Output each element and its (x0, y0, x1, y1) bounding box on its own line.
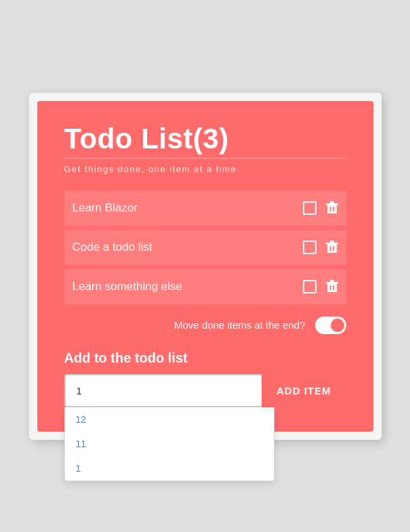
todo-delete-1[interactable] (326, 201, 338, 215)
todo-item-actions-3 (303, 280, 338, 293)
add-item-button[interactable]: ADD ITEM (262, 374, 346, 407)
toggle-knob (331, 319, 344, 332)
todo-checkbox-1[interactable] (303, 201, 316, 215)
todo-delete-3[interactable] (326, 280, 338, 293)
page-subtitle: Get things done, one item at a time. (64, 158, 346, 174)
trash-svg-3 (326, 280, 338, 293)
todo-list: Learn Blazor Code a todo (64, 190, 346, 304)
add-item-input[interactable] (64, 374, 262, 407)
svg-rect-14 (333, 285, 334, 290)
svg-rect-1 (326, 203, 338, 205)
svg-rect-6 (326, 243, 338, 245)
autocomplete-item-0[interactable]: 12 (65, 407, 274, 432)
trash-svg-1 (326, 201, 338, 215)
page-title: Todo List(3) (64, 123, 346, 155)
todo-item-2: Code a todo list (64, 230, 346, 265)
svg-rect-10 (327, 283, 337, 292)
svg-rect-5 (327, 244, 337, 253)
svg-rect-0 (327, 205, 337, 213)
todo-item-text-1: Learn Blazor (73, 201, 138, 215)
svg-rect-3 (330, 207, 331, 211)
svg-rect-13 (330, 285, 331, 290)
main-card: Todo List(3) Get things done, one item a… (37, 101, 373, 432)
todo-checkbox-2[interactable] (303, 241, 316, 254)
svg-rect-9 (333, 246, 334, 251)
todo-delete-2[interactable] (326, 241, 338, 254)
move-done-toggle[interactable] (315, 316, 346, 334)
todo-item-actions-1 (303, 201, 338, 215)
app-container: Todo List(3) Get things done, one item a… (29, 93, 382, 440)
svg-rect-4 (333, 207, 334, 211)
todo-item-actions-2 (303, 241, 338, 254)
svg-rect-11 (326, 282, 338, 284)
move-done-row: Move done items at the end? (64, 316, 346, 334)
move-done-label: Move done items at the end? (174, 319, 305, 331)
svg-rect-8 (330, 246, 331, 251)
todo-item-1: Learn Blazor (64, 190, 346, 226)
trash-svg-2 (326, 241, 338, 254)
autocomplete-dropdown: 12 11 1 (64, 407, 274, 481)
add-input-wrap: 12 11 1 (64, 374, 262, 407)
svg-rect-7 (330, 241, 334, 243)
todo-item-3: Learn something else (64, 269, 346, 304)
todo-item-text-3: Learn something else (73, 280, 183, 293)
add-section-label: Add to the todo list (64, 350, 346, 366)
todo-checkbox-3[interactable] (303, 280, 316, 293)
autocomplete-item-1[interactable]: 11 (65, 432, 274, 456)
add-section: Add to the todo list 12 11 1 ADD ITEM (64, 350, 346, 407)
todo-item-text-2: Code a todo list (73, 241, 152, 254)
add-section-row: 12 11 1 ADD ITEM (64, 374, 346, 407)
svg-rect-2 (330, 201, 334, 203)
autocomplete-item-2[interactable]: 1 (65, 456, 274, 480)
svg-rect-12 (330, 280, 334, 282)
